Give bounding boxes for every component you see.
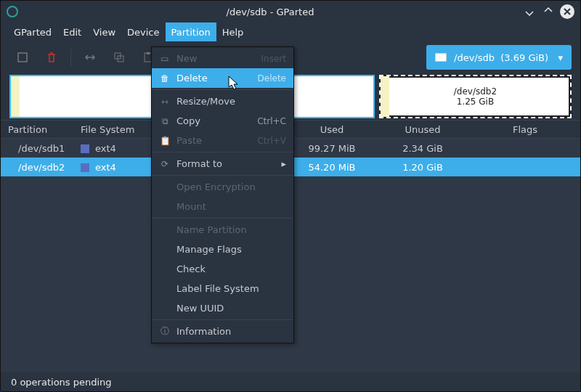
device-label: /dev/sdb (3.69 GiB) [454,52,548,63]
menu-item-open-encryption: Open Encryption [152,177,293,197]
resize-icon: ⇿ [159,97,171,107]
fs-color-swatch [81,144,89,153]
menu-item-label: Mount [176,201,286,212]
col-filesystem[interactable]: File System [73,124,145,135]
col-used[interactable]: Used [288,124,375,135]
cell-fs: ext4 [95,162,116,173]
menu-separator [152,319,293,320]
menu-view[interactable]: View [87,23,121,41]
menu-item-label: Paste [176,135,251,146]
fs-color-swatch [81,163,89,172]
disk-icon [435,53,447,62]
app-icon [7,6,18,17]
minimize-button[interactable] [522,4,537,19]
cell-used: 54.20 MiB [288,162,375,173]
menu-item-new: ▭NewInsert [152,49,293,68]
menu-item-format-to[interactable]: ⟳Format to▸ [152,154,293,173]
cell-partition: /dev/sdb2 [18,162,65,173]
device-selector[interactable]: /dev/sdb (3.69 GiB) ▾ [426,45,572,70]
copy-button[interactable] [106,46,132,68]
cell-partition: /dev/sdb1 [18,143,65,154]
submenu-arrow-icon: ▸ [281,158,286,169]
menu-item-delete[interactable]: 🗑DeleteDelete [152,68,293,88]
menu-item-accelerator: Ctrl+C [257,116,286,126]
close-button[interactable] [560,4,574,19]
menu-item-label: Manage Flags [176,244,286,255]
menu-item-label: Copy [176,115,251,126]
maximize-button[interactable] [541,4,556,19]
menu-item-label: Information [176,326,286,337]
cell-unused: 1.20 GiB [375,162,470,173]
menu-item-copy[interactable]: ⧉CopyCtrl+C [152,111,293,131]
menubar: GParted Edit View Device Partition Help [1,23,580,41]
menu-item-accelerator: Delete [258,73,286,83]
menu-item-resize-move[interactable]: ⇿Resize/Move [152,91,293,111]
menu-item-label: Delete [176,73,252,83]
cell-fs: ext4 [95,143,116,154]
info-icon: ⓘ [159,325,171,338]
menu-help[interactable]: Help [216,23,250,41]
menu-partition[interactable]: Partition [166,23,216,41]
copy-icon: ⧉ [159,116,171,126]
menu-item-label: Name Partition [176,224,286,235]
menu-item-paste: 📋PasteCtrl+V [152,131,293,150]
menu-device[interactable]: Device [121,23,165,41]
menu-gparted[interactable]: GParted [8,23,57,41]
svg-rect-0 [18,53,27,62]
status-bar: 0 operations pending [1,372,580,391]
window-title: /dev/sdb - GParted [23,7,518,17]
menu-item-label: New [176,53,256,64]
menu-item-information[interactable]: ⓘInformation [152,322,293,341]
desktop: /dev/sdb - GParted GParted Edit View Dev… [0,0,581,392]
col-partition[interactable]: Partition [1,124,73,135]
menu-separator [152,152,293,152]
new-icon: ▭ [159,54,171,64]
titlebar: /dev/sdb - GParted [1,1,580,23]
used-bar [381,76,389,117]
menu-edit[interactable]: Edit [57,23,87,41]
paste-icon: 📋 [159,136,171,146]
new-partition-button[interactable] [9,46,36,68]
status-text: 0 operations pending [11,377,112,388]
menu-item-mount: Mount [152,197,293,216]
menu-item-accelerator: Ctrl+V [257,136,286,146]
schematic-size: 1.25 GiB [382,97,569,107]
menu-item-label: Label File System [176,283,286,294]
partition-menu-dropdown: ▭NewInsert🗑DeleteDelete⇿Resize/Move⧉Copy… [151,46,294,343]
menu-item-label: Open Encryption [176,181,286,192]
toolbar-separator [70,49,71,66]
cell-used: 99.27 MiB [288,143,375,154]
menu-item-check[interactable]: Check [152,259,293,279]
menu-item-new-uuid[interactable]: New UUID [152,298,293,318]
delete-partition-button[interactable] [38,46,65,68]
menu-item-label: Format to [176,158,275,169]
menu-item-name-partition: Name Partition [152,220,293,240]
format-icon: ⟳ [159,159,171,169]
menu-item-label: New UUID [176,303,286,314]
chevron-down-icon: ▾ [558,52,563,63]
col-flags[interactable]: Flags [470,124,580,135]
cell-unused: 2.34 GiB [375,143,470,154]
menu-separator [152,218,293,219]
menu-item-label: Resize/Move [176,96,286,107]
resize-move-button[interactable] [77,46,103,68]
used-bar [11,76,20,117]
menu-item-label: Check [176,264,286,274]
col-unused[interactable]: Unused [375,124,470,135]
schematic-part-sdb2[interactable]: /dev/sdb2 1.25 GiB [379,75,572,118]
delete-icon: 🗑 [159,73,171,83]
menu-item-label-file-system[interactable]: Label File System [152,279,293,298]
schematic-label: /dev/sdb2 [382,86,569,97]
menu-separator [152,175,293,176]
svg-rect-4 [147,52,150,54]
menu-item-manage-flags[interactable]: Manage Flags [152,240,293,259]
menu-separator [152,89,293,90]
menu-item-accelerator: Insert [261,54,286,64]
